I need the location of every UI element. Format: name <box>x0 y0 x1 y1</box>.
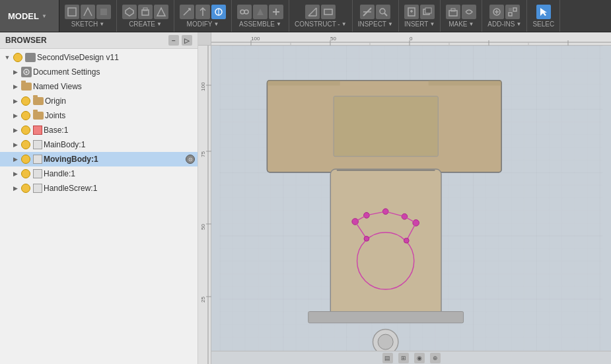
insert-icons <box>404 5 435 19</box>
select-label: SELEC <box>532 20 554 28</box>
svg-rect-0 <box>68 8 76 16</box>
canvas-area[interactable]: 100 50 0 100 75 50 <box>198 32 611 364</box>
tree-item-origin[interactable]: ▶ Origin <box>0 94 198 108</box>
tree-item-movingbody1[interactable]: ▶ MovingBody:1 ⊙ <box>0 152 198 166</box>
svg-text:100: 100 <box>251 36 260 42</box>
svg-text:100: 100 <box>200 82 206 91</box>
tree-item-base1[interactable]: ▶ Base:1 <box>0 123 198 137</box>
create-label: CREATE ▼ <box>129 20 162 28</box>
model-chevron: ▼ <box>42 13 47 19</box>
base1-icon <box>33 126 42 135</box>
svg-point-8 <box>240 10 244 14</box>
model-menu[interactable]: MODEL ▼ <box>0 0 59 32</box>
movingbody1-icon <box>33 155 42 164</box>
handle1-bulb <box>21 169 30 178</box>
toolbar: MODEL ▼ SKETCH ▼ <box>0 0 611 32</box>
root-arrow: ▼ <box>3 53 12 62</box>
modify-icons <box>180 5 226 19</box>
main-layout: BROWSER − ▷ ▼ SecondViseDesign v11 ▶ Doc… <box>0 32 611 364</box>
construct-icons <box>305 5 336 19</box>
assemble-label: ASSEMBLE ▼ <box>239 20 281 28</box>
tree-item-handle1[interactable]: ▶ Handle:1 <box>0 166 198 181</box>
svg-text:25: 25 <box>200 297 206 303</box>
bottom-icon-1[interactable]: ▤ <box>382 353 393 363</box>
bottom-bar: ▤ ⊞ ◉ ⊕ <box>211 351 611 364</box>
toolbar-group-make[interactable]: MAKE ▼ <box>441 0 482 32</box>
make-label: MAKE ▼ <box>449 20 474 28</box>
ruler-top: 100 50 0 <box>211 32 611 46</box>
tree-item-mainbody1[interactable]: ▶ MainBody:1 <box>0 137 198 152</box>
svg-rect-32 <box>513 8 517 11</box>
named-views-label: Named Views <box>33 82 195 91</box>
ruler-top-svg: 100 50 0 <box>211 32 611 46</box>
toolbar-groups: SKETCH ▼ CREATE ▼ <box>59 0 611 32</box>
assemble-icon-2 <box>253 5 268 19</box>
make-chevron: ▼ <box>469 21 474 27</box>
toolbar-group-insert[interactable]: INSERT ▼ <box>399 0 441 32</box>
create-icon-2 <box>138 5 153 19</box>
svg-rect-12 <box>275 9 277 15</box>
toolbar-group-inspect[interactable]: INSPECT ▼ <box>353 0 399 32</box>
movingbody1-arrow: ▶ <box>11 155 20 164</box>
svg-point-80 <box>378 334 393 349</box>
tree-item-document-settings[interactable]: ▶ Document Settings <box>0 65 198 79</box>
toolbar-group-construct[interactable]: CONSTRUCT - ▼ <box>289 0 353 32</box>
inspect-icons <box>360 5 390 19</box>
mainbody1-label: MainBody:1 <box>44 140 195 149</box>
viewport[interactable] <box>211 46 611 351</box>
svg-point-9 <box>244 10 248 14</box>
bottom-icon-3[interactable]: ◉ <box>414 353 425 363</box>
svg-point-70 <box>352 219 359 225</box>
browser-controls: − ▷ <box>168 35 192 46</box>
handlescrew1-icon <box>33 184 42 193</box>
svg-marker-2 <box>126 8 133 16</box>
toolbar-group-select[interactable]: SELEC <box>527 0 560 32</box>
svg-rect-16 <box>324 9 332 15</box>
joints-icon <box>33 112 44 120</box>
svg-rect-31 <box>509 8 512 11</box>
browser-expand-btn[interactable]: ▷ <box>182 35 192 46</box>
toolbar-group-sketch[interactable]: SKETCH ▼ <box>59 0 117 32</box>
sketch-icon-3 <box>96 5 111 19</box>
modify-icon-2 <box>196 5 210 19</box>
origin-bulb <box>21 96 30 106</box>
sidebar: BROWSER − ▷ ▼ SecondViseDesign v11 ▶ Doc… <box>0 32 198 364</box>
base1-label: Base:1 <box>44 126 195 135</box>
base1-bulb <box>21 126 30 135</box>
svg-text:0: 0 <box>410 36 413 42</box>
bottom-icon-2[interactable]: ⊞ <box>398 353 409 363</box>
create-icon-3 <box>154 5 168 19</box>
mainbody1-icon <box>33 140 42 149</box>
modify-icon-3 <box>211 5 226 19</box>
model-label: MODEL <box>8 11 39 21</box>
tree-item-joints[interactable]: ▶ Joints <box>0 108 198 123</box>
origin-icon <box>33 97 44 105</box>
mainbody1-arrow: ▶ <box>11 140 20 149</box>
bottom-icon-4[interactable]: ⊕ <box>430 353 441 363</box>
handle1-icon <box>33 169 42 178</box>
tree-item-handlescrew1[interactable]: ▶ HandleScrew:1 <box>0 181 198 196</box>
make-icon-1 <box>446 5 460 19</box>
browser-collapse-btn[interactable]: − <box>168 35 179 46</box>
svg-rect-66 <box>267 81 340 86</box>
create-icons <box>122 5 168 19</box>
tree-item-named-views[interactable]: ▶ Named Views <box>0 79 198 94</box>
insert-icon-2 <box>420 5 435 19</box>
svg-rect-33 <box>509 13 512 16</box>
assemble-icon-3 <box>269 5 283 19</box>
sketch-icon-1 <box>65 5 79 19</box>
named-views-arrow: ▶ <box>11 82 20 91</box>
toolbar-group-create[interactable]: CREATE ▼ <box>117 0 174 32</box>
movingbody1-extra-icon: ⊙ <box>186 155 195 164</box>
addins-icons <box>489 5 520 19</box>
toolbar-group-modify[interactable]: MODIFY ▼ <box>174 0 232 32</box>
svg-line-13 <box>308 8 316 16</box>
toolbar-group-assemble[interactable]: ASSEMBLE ▼ <box>232 0 289 32</box>
toolbar-group-addins[interactable]: ADD-INS ▼ <box>482 0 527 32</box>
insert-chevron: ▼ <box>429 21 435 27</box>
tree-root[interactable]: ▼ SecondViseDesign v11 <box>0 50 198 65</box>
create-chevron: ▼ <box>157 21 162 27</box>
make-icon-2 <box>462 5 476 19</box>
mainbody1-bulb <box>21 140 30 149</box>
svg-rect-68 <box>308 312 464 323</box>
